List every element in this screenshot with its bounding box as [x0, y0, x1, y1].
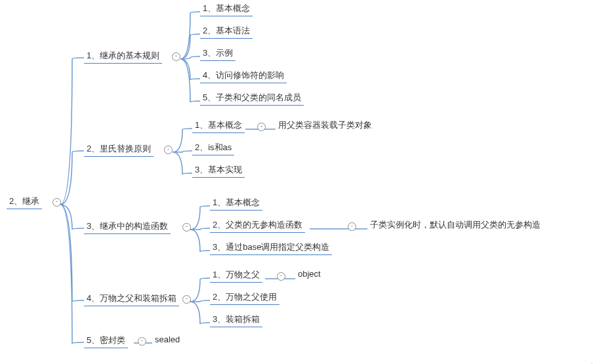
root-node: 2、继承 [7, 194, 42, 209]
toggle-icon[interactable]: - [164, 146, 173, 154]
note-node: sealed [152, 333, 182, 346]
leaf-label: 5、子类和父类的同名成员 [203, 92, 301, 102]
leaf-node: 2、基本语法 [200, 24, 253, 39]
leaf-label: 4、访问修饰符的影响 [203, 70, 284, 80]
leaf-node: 3、基本实现 [192, 163, 245, 178]
leaf-node: 2、父类的无参构造函数 [210, 218, 305, 233]
leaf-label: 2、is和as [195, 142, 232, 152]
branch-label: 4、万物之父和装箱拆箱 [87, 293, 176, 303]
note-label: 用父类容器装载子类对象 [278, 120, 372, 130]
leaf-label: 1、基本概念 [195, 120, 242, 130]
leaf-node: 3、示例 [200, 46, 236, 61]
root-label: 2、继承 [9, 196, 39, 206]
toggle-icon[interactable]: - [277, 272, 285, 281]
leaf-label: 2、万物之父使用 [213, 292, 277, 302]
branch-node: 5、密封类 [84, 333, 128, 348]
toggle-icon[interactable]: - [52, 198, 61, 207]
note-node: object [295, 268, 323, 280]
branch-label: 3、继承中的构造函数 [87, 221, 168, 231]
leaf-node: 1、万物之父 [210, 268, 262, 283]
note-label: sealed [155, 334, 180, 344]
leaf-node: 1、基本概念 [200, 1, 253, 16]
branch-node: 1、继承的基本规则 [84, 49, 162, 64]
toggle-icon[interactable]: - [257, 123, 266, 131]
branch-label: 5、密封类 [87, 335, 125, 345]
leaf-node: 4、访问修饰符的影响 [200, 68, 287, 83]
toggle-icon[interactable]: - [182, 295, 191, 304]
leaf-label: 3、装箱拆箱 [213, 314, 260, 324]
leaf-label: 3、示例 [203, 48, 233, 58]
leaf-label: 1、万物之父 [213, 270, 260, 279]
note-node: 用父类容器装载子类对象 [276, 118, 375, 132]
leaf-node: 3、通过base调用指定父类构造 [210, 240, 332, 255]
toggle-icon[interactable]: - [172, 52, 180, 61]
toggle-icon[interactable]: - [182, 223, 191, 232]
leaf-label: 2、父类的无参构造函数 [213, 220, 302, 230]
leaf-node: 1、基本概念 [210, 195, 262, 211]
branch-node: 4、万物之父和装箱拆箱 [84, 291, 179, 306]
leaf-node: 2、is和as [192, 140, 234, 155]
branch-node: 3、继承中的构造函数 [84, 219, 171, 234]
leaf-label: 3、通过base调用指定父类构造 [213, 242, 329, 252]
note-label: 子类实例化时，默认自动调用父类的无参构造 [370, 220, 541, 230]
leaf-node: 3、装箱拆箱 [210, 312, 262, 327]
leaf-label: 1、基本概念 [213, 197, 260, 207]
note-node: 子类实例化时，默认自动调用父类的无参构造 [367, 218, 543, 232]
leaf-label: 2、基本语法 [203, 26, 250, 35]
leaf-label: 1、基本概念 [203, 3, 250, 13]
leaf-node: 1、基本概念 [192, 118, 245, 133]
leaf-node: 5、子类和父类的同名成员 [200, 91, 304, 106]
leaf-node: 2、万物之父使用 [210, 290, 279, 305]
branch-label: 2、里氏替换原则 [87, 144, 151, 153]
branch-label: 1、继承的基本规则 [87, 51, 159, 60]
toggle-icon[interactable]: - [348, 222, 356, 231]
toggle-icon[interactable]: - [138, 337, 146, 346]
branch-node: 2、里氏替换原则 [84, 142, 154, 157]
note-label: object [298, 269, 321, 279]
leaf-label: 3、基本实现 [195, 165, 242, 174]
